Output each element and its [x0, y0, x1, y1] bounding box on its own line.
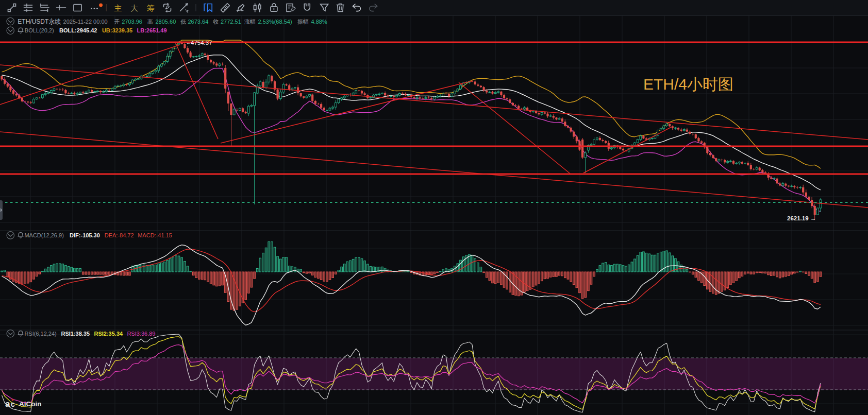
svg-text:a: a	[5, 399, 10, 409]
svg-text:AiCoin: AiCoin	[19, 400, 42, 408]
svg-text:2.53%(68.54): 2.53%(68.54)	[258, 19, 292, 25]
svg-text:2703.96: 2703.96	[122, 19, 142, 25]
svg-text:BOLL(20,2): BOLL(20,2)	[25, 27, 54, 33]
svg-text:RSI(6,12,24): RSI(6,12,24)	[24, 331, 56, 337]
svg-text:2025-11-22 00:00: 2025-11-22 00:00	[63, 19, 108, 25]
svg-text:筹: 筹	[147, 4, 155, 12]
svg-text:MACD(12,26,9): MACD(12,26,9)	[24, 232, 63, 238]
svg-text:DIF:-105.30: DIF:-105.30	[70, 232, 100, 238]
svg-text:←: ←	[186, 40, 191, 45]
svg-text:MACD:-41.15: MACD:-41.15	[138, 232, 172, 238]
svg-text:LB:2651.49: LB:2651.49	[137, 27, 167, 33]
svg-text:开: 开	[114, 19, 120, 25]
svg-text:收: 收	[213, 19, 219, 25]
svg-text:ETH/4小时图: ETH/4小时图	[643, 76, 733, 93]
svg-text:涨幅: 涨幅	[244, 19, 256, 25]
svg-text:主: 主	[114, 4, 122, 12]
svg-text:2673.64: 2673.64	[188, 19, 209, 25]
svg-text:2772.51: 2772.51	[221, 19, 241, 25]
svg-text:RSI1:38.35: RSI1:38.35	[61, 331, 90, 337]
svg-text:4.88%: 4.88%	[311, 19, 327, 25]
svg-text:c: c	[11, 400, 15, 408]
svg-text:大: 大	[130, 4, 138, 12]
svg-text:BOLL:2945.42: BOLL:2945.42	[59, 27, 97, 33]
svg-text:高: 高	[147, 19, 153, 25]
svg-text:2805.60: 2805.60	[156, 19, 176, 25]
svg-text:UB:3239.35: UB:3239.35	[102, 27, 132, 33]
svg-text:振幅: 振幅	[297, 19, 309, 25]
svg-text:2621.19 →: 2621.19 →	[787, 215, 816, 221]
svg-text:4754.37: 4754.37	[191, 40, 212, 46]
svg-text:RSI2:35.34: RSI2:35.34	[94, 331, 124, 337]
svg-text:ETH/USDT永续: ETH/USDT永续	[18, 18, 61, 25]
svg-text:DEA:-84.72: DEA:-84.72	[105, 232, 134, 238]
svg-text:低: 低	[180, 19, 186, 25]
svg-text:RSI3:36.89: RSI3:36.89	[127, 331, 155, 337]
